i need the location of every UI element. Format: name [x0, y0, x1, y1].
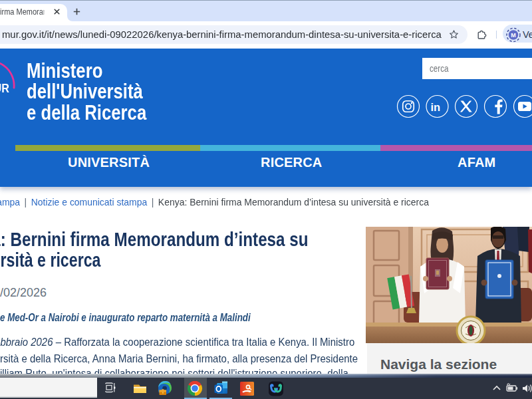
svg-text:M: M [511, 32, 516, 39]
svg-text:in: in [431, 101, 441, 113]
